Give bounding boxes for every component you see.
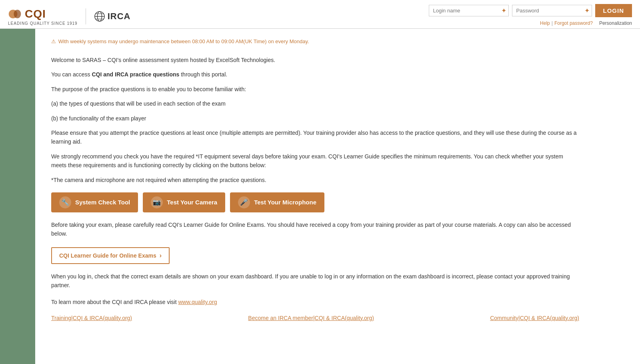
learn-more-before: To learn more about the CQI and IRCA ple… <box>51 299 178 305</box>
training-link[interactable]: Training|CQI & IRCA(quality.org) <box>51 315 132 321</box>
cqi-logo-icon <box>8 7 22 21</box>
password-wrapper: ✦ <box>512 5 592 16</box>
test-microphone-label: Test Your Microphone <box>254 199 316 206</box>
purpose-intro: The purpose of the practice questions is… <box>51 85 579 94</box>
microphone-icon: 🎤 <box>238 196 250 208</box>
password-icon: ✦ <box>584 7 590 14</box>
camera-note: *The camera and microphone are not requi… <box>51 176 579 184</box>
header-right: ✦ ✦ LOGIN Help | Forgot password? Person… <box>429 4 632 28</box>
learn-more-text: To learn more about the CQI and IRCA ple… <box>51 298 579 306</box>
access-bold: CQI and IRCA practice questions <box>92 71 179 78</box>
page-wrapper: ⚠ With weekly systems may undergo mainte… <box>0 29 640 364</box>
irca-logo: IRCA <box>94 11 131 22</box>
personalization-link[interactable]: Personalization <box>599 20 632 26</box>
system-check-button[interactable]: 🔧 System Check Tool <box>51 192 138 212</box>
alert-message: With weekly systems may undergo maintena… <box>58 38 309 44</box>
camera-icon: 📷 <box>151 196 163 208</box>
cqi-logo: CQI LEADING QUALITY SINCE 1919 <box>8 7 78 26</box>
login-inputs-row: ✦ ✦ LOGIN <box>429 4 632 17</box>
alert-banner: ⚠ With weekly systems may undergo mainte… <box>51 37 579 46</box>
system-check-label: System Check Tool <box>75 199 130 206</box>
tool-buttons-row: 🔧 System Check Tool 📷 Test Your Camera 🎤… <box>51 192 579 212</box>
access-before: You can access <box>51 71 92 78</box>
login-name-input[interactable] <box>429 5 509 16</box>
logo-area: CQI LEADING QUALITY SINCE 1919 IRCA <box>8 7 130 26</box>
bottom-links: Training|CQI & IRCA(quality.org) Become … <box>51 315 579 321</box>
logo-divider <box>86 8 86 24</box>
help-link[interactable]: Help <box>540 20 550 26</box>
main-content: ⚠ With weekly systems may undergo mainte… <box>35 29 595 364</box>
community-link[interactable]: Community|CQI & IRCA(quality.org) <box>490 315 579 321</box>
test-microphone-button[interactable]: 🎤 Test Your Microphone <box>230 192 324 212</box>
become-member-link[interactable]: Become an IRCA member|CQI & IRCA(quality… <box>248 315 374 321</box>
irca-brand-text: IRCA <box>108 11 131 22</box>
test-camera-label: Test Your Camera <box>167 199 217 206</box>
tagline: LEADING QUALITY SINCE 1919 <box>8 21 78 26</box>
svg-point-1 <box>14 10 21 18</box>
header-links-row: Help | Forgot password? Personalization <box>540 20 632 28</box>
header: CQI LEADING QUALITY SINCE 1919 IRCA ✦ <box>0 0 640 29</box>
learner-guide-button[interactable]: CQI Learner Guide for Online Exams › <box>51 247 170 264</box>
recommend-text: We strongly recommend you check you have… <box>51 152 579 170</box>
content-section: Welcome to SARAS – CQI's online assessme… <box>51 56 579 321</box>
chevron-right-icon: › <box>160 252 162 259</box>
purpose-a: (a) the types of questions that will be … <box>51 99 579 108</box>
login-info-text: When you log in, check that the correct … <box>51 272 579 290</box>
forgot-password-link[interactable]: Forgot password? <box>554 20 593 26</box>
welcome-text: Welcome to SARAS – CQI's online assessme… <box>51 56 579 64</box>
login-name-wrapper: ✦ <box>429 5 509 16</box>
purpose-b: (b) the functionality of the exam player <box>51 114 579 123</box>
learner-guide-label: CQI Learner Guide for Online Exams <box>59 252 156 259</box>
practice-note: Please ensure that you attempt the pract… <box>51 128 579 146</box>
wrench-icon: 🔧 <box>59 196 71 208</box>
globe-icon <box>94 11 105 22</box>
access-after: through this portal. <box>179 71 227 78</box>
login-icon: ✦ <box>501 7 506 14</box>
access-text: You can access CQI and IRCA practice que… <box>51 70 579 79</box>
cqi-brand-text: CQI <box>25 8 46 20</box>
password-input[interactable] <box>512 5 592 16</box>
login-button[interactable]: LOGIN <box>595 4 632 17</box>
links-section: To learn more about the CQI and IRCA ple… <box>51 298 579 321</box>
test-camera-button[interactable]: 📷 Test Your Camera <box>143 192 225 212</box>
before-exam-text: Before taking your exam, please carefull… <box>51 220 579 238</box>
warning-icon: ⚠ <box>51 38 56 44</box>
quality-org-link[interactable]: www.quality.org <box>178 299 217 305</box>
sidebar <box>0 29 35 364</box>
